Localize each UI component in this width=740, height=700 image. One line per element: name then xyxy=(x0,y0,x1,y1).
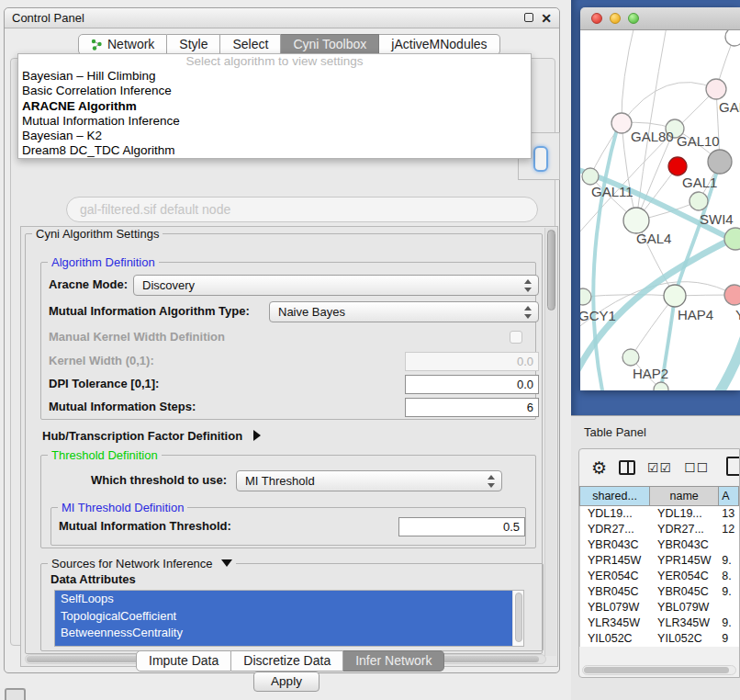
table-horizontal-scrollbar[interactable] xyxy=(582,665,736,675)
dropdown-item[interactable]: Bayesian – K2 xyxy=(18,129,531,143)
mi-steps-field[interactable]: 6 xyxy=(405,398,539,417)
node-label: GAL4 xyxy=(636,231,671,246)
node-label: GAL11 xyxy=(591,184,633,199)
network-selector-combobox[interactable]: gal-filtered.sif default node xyxy=(66,197,538,222)
float-panel-icon[interactable] xyxy=(524,13,533,24)
tab-style[interactable]: Style xyxy=(167,34,220,55)
sources-group-title[interactable]: Sources for Network Inference xyxy=(48,557,236,570)
table-row[interactable]: YDL19... YDL19... 13 xyxy=(579,506,739,522)
which-threshold-combobox[interactable]: MI Threshold xyxy=(236,470,502,491)
collapse-arrow-icon[interactable] xyxy=(253,430,261,441)
network-window-titlebar[interactable] xyxy=(580,7,740,30)
mi-algorithm-type-label: Mutual Information Algorithm Type: xyxy=(49,304,250,318)
expand-arrow-icon[interactable] xyxy=(221,559,232,567)
algorithm-dropdown-popup: Select algorithm to view settings Bayesi… xyxy=(17,53,532,159)
tab-jactivemnodules[interactable]: jActiveMNodules xyxy=(379,34,499,55)
dropdown-item-selected[interactable]: ARACNE Algorithm xyxy=(18,99,531,114)
mi-threshold-definition-group: MI Threshold Definition Mutual Informati… xyxy=(50,507,526,546)
list-scrollbar[interactable] xyxy=(512,591,523,646)
table-row[interactable]: YBR045C YBR045C 9. xyxy=(579,584,739,600)
minimize-window-icon[interactable] xyxy=(610,13,621,24)
table-row[interactable]: YIL052C YIL052C 9 xyxy=(579,631,739,647)
network-canvas[interactable]: GAL GAL80 GAL10 GAL1 GAL11 GAL4 SWI4 GCY… xyxy=(580,30,740,390)
column-header-shared-name[interactable]: shared... xyxy=(579,486,650,506)
aracne-mode-label: Aracne Mode: xyxy=(49,277,128,291)
dropdown-item[interactable]: Dream8 DC_TDC Algorithm xyxy=(18,143,531,158)
table-row[interactable]: YER054C YER054C 8. xyxy=(579,569,739,584)
dpi-tolerance-label: DPI Tolerance [0,1]: xyxy=(49,377,159,390)
node-hap4[interactable] xyxy=(664,285,686,307)
mi-algorithm-type-combobox[interactable]: Naive Bayes xyxy=(269,301,539,322)
node-gal4[interactable] xyxy=(623,208,649,233)
aracne-mode-combobox[interactable]: Discovery xyxy=(133,275,539,296)
tab-network[interactable]: Network xyxy=(78,34,167,55)
network-tab-icon xyxy=(91,39,103,51)
table-panel-title: Table Panel xyxy=(584,425,646,439)
node-label: GAL xyxy=(719,99,740,115)
node-gray[interactable] xyxy=(708,150,732,174)
table-row[interactable]: YBL079W YBL079W xyxy=(579,600,739,615)
node-gal1[interactable] xyxy=(690,192,708,210)
close-window-icon[interactable] xyxy=(591,13,602,24)
node-red[interactable] xyxy=(668,157,687,175)
table-row[interactable]: YLR345W YLR345W 9. xyxy=(579,615,739,631)
tab-cyni-toolbox[interactable]: Cyni Toolbox xyxy=(281,34,379,55)
hub-transcription-factor-section[interactable]: Hub/Transcription Factor Definition xyxy=(42,429,261,443)
table-row[interactable]: YDR27... YDR27... 12 xyxy=(579,522,739,537)
control-panel-window: Control Panel ✕ Network Style Select Cyn… xyxy=(4,7,560,673)
mi-threshold-field[interactable]: 0.5 xyxy=(398,517,525,536)
tab-discretize-data[interactable]: Discretize Data xyxy=(231,650,343,672)
network-nodes xyxy=(580,30,740,390)
which-threshold-label: Which threshold to use: xyxy=(91,473,227,487)
node-gcy1[interactable] xyxy=(580,288,591,305)
node-label: GAL10 xyxy=(677,133,720,149)
list-item[interactable]: TopologicalCoefficient xyxy=(55,608,512,626)
list-item[interactable]: SelfLoops xyxy=(55,591,512,608)
node-label: GCY1 xyxy=(580,308,616,323)
tab-select[interactable]: Select xyxy=(220,34,281,55)
network-view-window: GAL GAL80 GAL10 GAL1 GAL11 GAL4 SWI4 GCY… xyxy=(580,7,740,390)
list-item[interactable]: BetweennessCentrality xyxy=(55,625,512,642)
zoom-window-icon[interactable] xyxy=(628,13,639,24)
apply-button[interactable]: Apply xyxy=(253,672,320,692)
node-gal11[interactable] xyxy=(582,168,599,185)
threshold-definition-group: Threshold Definition Which threshold to … xyxy=(40,455,536,548)
node-swi4[interactable] xyxy=(724,228,740,250)
column-view-icon[interactable] xyxy=(619,460,635,475)
collapsed-panel-icon[interactable] xyxy=(5,688,26,700)
manual-kernel-width-checkbox[interactable] xyxy=(510,331,522,344)
tab-infer-network[interactable]: Infer Network xyxy=(343,650,444,672)
table-row[interactable]: YPR145W YPR145W 9. xyxy=(579,553,739,569)
dropdown-item[interactable]: Mutual Information Inference xyxy=(18,114,531,129)
settings-vertical-scrollbar[interactable] xyxy=(544,228,556,656)
tab-impute-data[interactable]: Impute Data xyxy=(136,650,231,672)
node-label: HAP2 xyxy=(633,366,668,381)
deselect-all-checkboxes-icon[interactable]: ☐☐ xyxy=(684,460,709,475)
kernel-width-field[interactable]: 0.0 xyxy=(405,352,539,371)
dropdown-item[interactable]: Basic Correlation Inference xyxy=(18,84,531,98)
dpi-tolerance-field[interactable]: 0.0 xyxy=(405,375,539,394)
node-gal-right[interactable] xyxy=(706,79,726,99)
node-gal80[interactable] xyxy=(611,113,632,133)
close-panel-icon[interactable]: ✕ xyxy=(541,12,552,25)
algorithm-definition-group: Algorithm Definition Aracne Mode: Discov… xyxy=(40,262,536,420)
control-panel-title: Control Panel xyxy=(12,11,517,25)
dropdown-placeholder: Select algorithm to view settings xyxy=(18,54,531,69)
cyni-settings-scrollpane: Cyni Algorithm Settings Algorithm Defini… xyxy=(20,226,558,667)
mi-steps-label: Mutual Information Steps: xyxy=(49,400,196,413)
data-attributes-list: SelfLoops TopologicalCoefficient Between… xyxy=(54,590,524,647)
column-header-partial[interactable]: A xyxy=(719,486,739,506)
node-hap2[interactable] xyxy=(622,349,639,366)
export-table-icon[interactable] xyxy=(726,457,740,476)
select-all-checkboxes-icon[interactable]: ☑☑ xyxy=(647,460,672,475)
gear-icon[interactable]: ⚙ xyxy=(591,459,607,477)
node-y[interactable] xyxy=(724,285,740,305)
table-row[interactable]: YBR043C YBR043C xyxy=(579,537,739,553)
node-unlabeled-top[interactable] xyxy=(725,30,740,46)
column-header-name[interactable]: name xyxy=(650,486,719,506)
list-item[interactable]: gal4RGexp xyxy=(55,642,512,648)
table-toolbar: ⚙ ☑☑ ☐☐ xyxy=(579,449,739,486)
node-bottom[interactable] xyxy=(654,382,668,390)
dropdown-item[interactable]: Bayesian – Hill Climbing xyxy=(18,69,531,84)
sources-group: Sources for Network Inference Data Attri… xyxy=(40,563,544,651)
